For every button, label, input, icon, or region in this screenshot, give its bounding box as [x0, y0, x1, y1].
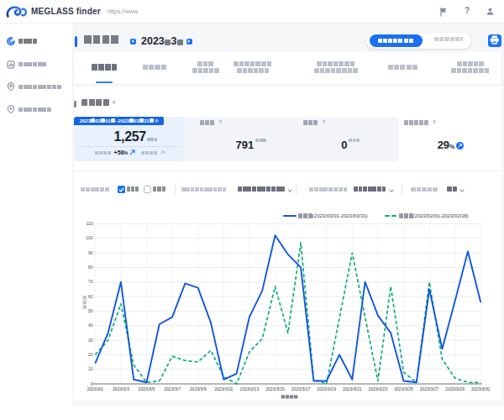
svg-text:2023/3/25: 2023/3/25	[394, 386, 413, 391]
svg-text:60: 60	[88, 295, 93, 299]
svg-text:2023/3/19: 2023/3/19	[317, 386, 336, 391]
svg-text:2023/3/9: 2023/3/9	[190, 386, 207, 391]
svg-text:2023/3/13: 2023/3/13	[240, 386, 260, 391]
svg-text:2023/3/7: 2023/3/7	[164, 386, 181, 391]
svg-text:100: 100	[86, 236, 92, 240]
svg-text:2023/3/23: 2023/3/23	[369, 386, 388, 391]
svg-text:10: 10	[88, 367, 93, 371]
svg-text:2023/3/11: 2023/3/11	[214, 386, 233, 391]
svg-text:2023/3/31: 2023/3/31	[471, 386, 491, 391]
svg-text:2023/3/21: 2023/3/21	[343, 386, 362, 391]
svg-text:2023/3/15: 2023/3/15	[265, 386, 285, 391]
svg-text:2023/3/27: 2023/3/27	[420, 386, 439, 391]
svg-text:2023/3/1: 2023/3/1	[87, 386, 103, 391]
svg-text:2023/3/5: 2023/3/5	[139, 386, 155, 391]
svg-text:90: 90	[88, 251, 93, 255]
svg-text:40: 40	[88, 323, 93, 328]
svg-text:2023/3/3: 2023/3/3	[113, 386, 129, 391]
svg-text:50: 50	[88, 309, 93, 313]
svg-text:2023/3/17: 2023/3/17	[291, 386, 311, 391]
svg-text:80: 80	[88, 265, 93, 270]
svg-text:70: 70	[88, 280, 93, 284]
svg-text:30: 30	[88, 339, 93, 343]
svg-text:2023/3/29: 2023/3/29	[445, 386, 465, 391]
svg-text:110: 110	[87, 222, 93, 226]
svg-text:20: 20	[88, 353, 93, 357]
